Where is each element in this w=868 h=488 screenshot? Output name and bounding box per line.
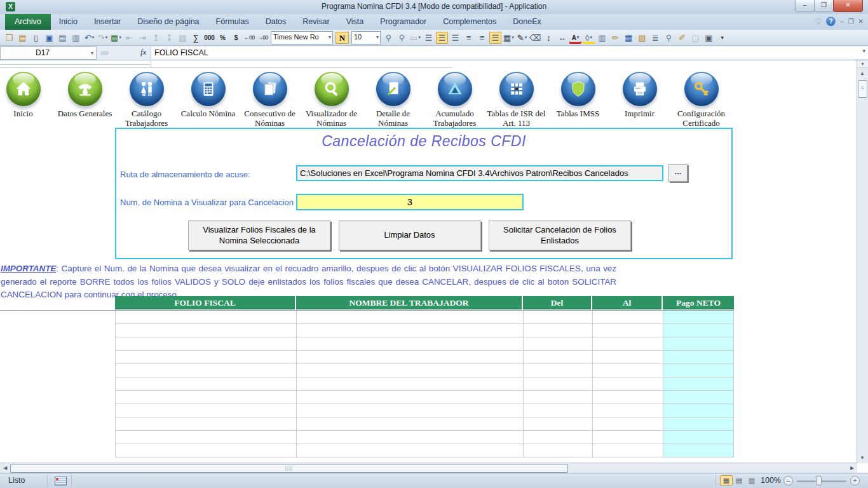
scroll-right-icon[interactable]: ▶ xyxy=(848,464,857,472)
limpiar-datos-button[interactable]: Limpiar Datos xyxy=(339,220,481,250)
new-document-icon[interactable]: ▯ xyxy=(30,32,42,44)
table-cell[interactable] xyxy=(524,311,593,324)
workbook-restore-icon[interactable]: ❐ xyxy=(848,17,854,26)
window-close-button[interactable]: ✕ xyxy=(833,0,863,12)
insert-down-icon[interactable]: ↧ xyxy=(163,32,175,44)
toolbar-options-icon[interactable]: ▾ xyxy=(716,32,728,44)
properties-icon[interactable]: ▣ xyxy=(703,32,715,44)
formula-input[interactable]: FOLIO FISCAL xyxy=(151,46,868,59)
increase-decimal-icon[interactable]: ←00 xyxy=(243,32,255,44)
ribbon-tab[interactable]: Diseño de página xyxy=(129,14,207,30)
table-cell[interactable] xyxy=(297,391,524,404)
undo-icon[interactable]: ↶ xyxy=(83,32,95,44)
nav-tablas-imss[interactable]: Tablas IMSS xyxy=(547,72,609,128)
table-cell[interactable] xyxy=(116,391,297,404)
picture-icon[interactable]: ▨ xyxy=(177,32,189,44)
header-del[interactable]: Del xyxy=(523,296,592,309)
table-cell[interactable] xyxy=(524,391,593,404)
table-cell[interactable] xyxy=(593,377,663,391)
normal-view-button[interactable]: ▦ xyxy=(720,475,733,485)
table-cell[interactable] xyxy=(297,404,524,417)
nav-catalogo-trabajadores[interactable]: Catálogo Trabajadores xyxy=(116,72,177,128)
table-cell[interactable] xyxy=(593,337,663,351)
table-cell[interactable] xyxy=(116,431,297,444)
table-cell[interactable] xyxy=(663,364,734,377)
header-folio-fiscal[interactable]: FOLIO FISCAL xyxy=(115,296,296,309)
window-restore-button[interactable]: ❐ xyxy=(814,0,834,12)
table-cell[interactable] xyxy=(663,324,734,337)
name-box-resize-grip[interactable] xyxy=(100,51,109,55)
thousands-format-icon[interactable]: 000 xyxy=(203,32,215,44)
visualizar-folios-button[interactable]: Visualizar Folios Fiscales de la Nomina … xyxy=(188,220,330,250)
table-cell[interactable] xyxy=(593,431,663,444)
header-pago-neto[interactable]: Pago NETO xyxy=(663,296,734,309)
lock-icon[interactable]: ▢ xyxy=(689,32,702,44)
table-cell[interactable] xyxy=(593,404,663,417)
table-cell[interactable] xyxy=(297,431,524,444)
shift-left-icon[interactable]: ⇤ xyxy=(123,32,135,44)
font-color-icon[interactable]: A xyxy=(569,32,581,44)
ribbon-tab[interactable]: Vista xyxy=(338,14,372,30)
macro-record-icon[interactable] xyxy=(55,477,67,485)
name-box[interactable]: D17 ▾ xyxy=(0,46,97,60)
redo-icon[interactable]: ↷ xyxy=(97,32,109,44)
nav-detalle-nominas[interactable]: Detalle de Nóminas xyxy=(362,72,424,128)
table-cell[interactable] xyxy=(663,417,734,431)
table-cell[interactable] xyxy=(593,311,663,324)
percent-format-icon[interactable]: % xyxy=(217,32,229,44)
insert-up-icon[interactable]: ↥ xyxy=(150,32,162,44)
print-preview-icon[interactable]: ⚲ xyxy=(383,32,395,44)
print-icon[interactable]: ▥ xyxy=(70,32,82,44)
font-size-select[interactable]: 10 xyxy=(351,31,381,44)
table-cell[interactable] xyxy=(524,444,593,458)
row-height-icon[interactable]: ↕ xyxy=(543,32,555,44)
ribbon-tab[interactable]: Inicio xyxy=(51,14,86,30)
table-cell[interactable] xyxy=(116,311,297,324)
column-width-icon[interactable]: ↔ xyxy=(556,32,568,44)
ribbon-tab[interactable]: Archivo xyxy=(5,14,51,30)
print-setup-icon[interactable]: ▥ xyxy=(596,32,608,44)
table-cell[interactable] xyxy=(297,351,524,364)
table-cell[interactable] xyxy=(663,404,734,417)
table-cell[interactable] xyxy=(116,417,297,431)
paste-icon[interactable]: ▤ xyxy=(17,32,29,44)
align-top-icon[interactable]: ≡ xyxy=(476,32,488,44)
table-cell[interactable] xyxy=(297,324,524,337)
table-cell[interactable] xyxy=(116,337,297,351)
table-cell[interactable] xyxy=(524,324,593,337)
table-cell[interactable] xyxy=(593,351,663,364)
table-cell[interactable] xyxy=(524,431,593,444)
nav-consecutivo-nominas[interactable]: Consecutivo de Nóminas xyxy=(239,72,301,128)
table-cell[interactable] xyxy=(297,364,524,377)
nav-imprimir[interactable]: Imprimir xyxy=(609,72,670,128)
table-cell[interactable] xyxy=(663,377,734,391)
nav-datos-generales[interactable]: Datos Generales xyxy=(54,72,116,128)
currency-format-icon[interactable]: $ xyxy=(230,32,242,44)
indent-icon[interactable]: ≣ xyxy=(649,32,661,44)
insert-cells-icon[interactable]: ▧ xyxy=(636,32,648,44)
save-icon[interactable]: ▣ xyxy=(43,32,55,44)
open-icon[interactable]: ❒ xyxy=(3,32,15,44)
table-cell[interactable] xyxy=(116,404,297,417)
scroll-up-icon[interactable]: ▲ xyxy=(858,69,867,78)
nav-acumulado-trabajadores[interactable]: Acumulado Trabajadores xyxy=(424,72,485,128)
ruler-icon[interactable]: ✐ xyxy=(676,32,688,44)
table-cell[interactable] xyxy=(663,444,734,458)
table-cell[interactable] xyxy=(524,351,593,364)
favorites-heart-icon[interactable]: ♡ xyxy=(815,17,822,26)
table-cell[interactable] xyxy=(297,417,524,431)
table-cell[interactable] xyxy=(663,311,734,324)
merge-cells-icon[interactable]: ▭ xyxy=(409,32,421,44)
nomina-number-input[interactable]: 3 xyxy=(296,194,524,210)
nav-tablas-isr[interactable]: Tablas de ISR del Art. 113 xyxy=(485,72,547,128)
zoom-slider-thumb[interactable] xyxy=(816,476,822,485)
table-cell[interactable] xyxy=(663,337,734,351)
vertical-scrollbar[interactable]: ▼ ▲ ≡ ▼ xyxy=(857,60,868,463)
expand-formula-bar-icon[interactable]: ▾ xyxy=(862,48,865,54)
align-right-icon[interactable]: ☰ xyxy=(449,32,461,44)
window-minimize-button[interactable]: – xyxy=(795,0,815,12)
scroll-left-icon[interactable]: ◀ xyxy=(1,464,10,472)
table-cell[interactable] xyxy=(297,311,524,324)
autosum-icon[interactable]: ∑ xyxy=(190,32,202,44)
browse-button[interactable]: ... xyxy=(668,164,688,182)
